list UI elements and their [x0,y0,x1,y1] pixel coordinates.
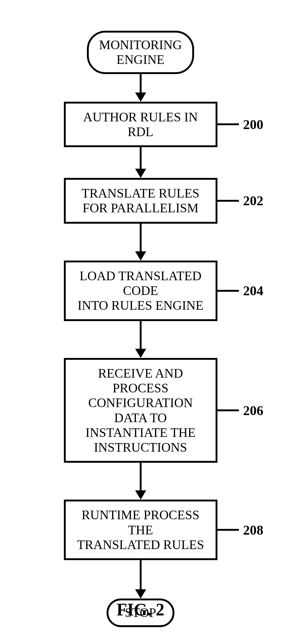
arrow-line [140,463,142,490]
reference-lead: 204 [217,283,263,299]
process-step-4: RUNTIME PROCESS THETRANSLATED RULES [64,500,217,560]
arrow [135,463,146,500]
arrow-line [140,321,142,349]
arrow [135,147,146,178]
figure-caption: FIG. 2 [117,600,165,619]
reference-number: 204 [243,283,263,299]
process-text: AUTHOR RULES IN RDL [83,110,198,139]
arrow [135,321,146,358]
arrow-head-icon [135,349,146,358]
arrow-head-icon [135,92,146,102]
step-wrap-0: AUTHOR RULES IN RDL 200 [64,102,217,147]
process-step-3: RECEIVE AND PROCESSCONFIGURATION DATA TO… [64,358,217,463]
arrow [135,224,146,261]
lead-line [217,124,239,125]
arrow-head-icon [135,490,146,500]
process-text: LOAD TRANSLATED CODEINTO RULES ENGINE [78,269,204,313]
arrow-head-icon [135,589,146,599]
process-text: RECEIVE AND PROCESSCONFIGURATION DATA TO… [85,366,196,454]
reference-number: 202 [243,193,263,209]
process-step-2: LOAD TRANSLATED CODEINTO RULES ENGINE [64,261,217,321]
reference-number: 200 [243,116,263,132]
process-step-1: TRANSLATE RULESFOR PARALLELISM [64,178,217,224]
flowchart: MONITORINGENGINE AUTHOR RULES IN RDL 200… [64,31,217,627]
step-wrap-3: RECEIVE AND PROCESSCONFIGURATION DATA TO… [64,358,217,463]
lead-line [217,200,239,202]
process-text: TRANSLATE RULESFOR PARALLELISM [82,186,200,215]
arrow-head-icon [135,169,146,178]
lead-line [217,410,239,411]
lead-line [217,290,239,292]
arrow-line [140,147,142,169]
process-text: RUNTIME PROCESS THETRANSLATED RULES [77,508,204,552]
terminator-start: MONITORINGENGINE [87,31,194,74]
terminator-start-text: MONITORINGENGINE [99,38,182,67]
step-wrap-4: RUNTIME PROCESS THETRANSLATED RULES 208 [64,500,217,560]
arrow-line [140,224,142,251]
reference-lead: 202 [217,193,263,209]
arrow-head-icon [135,251,146,261]
arrow-line [140,74,142,92]
process-step-0: AUTHOR RULES IN RDL [64,102,217,147]
step-wrap-1: TRANSLATE RULESFOR PARALLELISM 202 [64,178,217,224]
step-wrap-2: LOAD TRANSLATED CODEINTO RULES ENGINE 20… [64,261,217,321]
reference-number: 206 [243,402,263,418]
arrow [135,560,146,599]
arrow-line [140,560,142,589]
arrow [135,74,146,102]
reference-lead: 208 [217,522,263,538]
reference-lead: 206 [217,402,263,418]
reference-number: 208 [243,522,263,538]
reference-lead: 200 [217,116,263,132]
lead-line [217,529,239,531]
